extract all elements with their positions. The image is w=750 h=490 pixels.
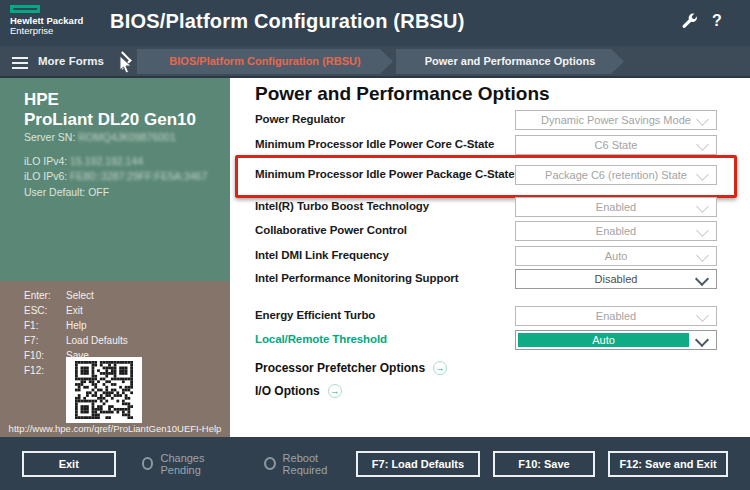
main-panel: Power and Performance Options Power Regu…: [230, 78, 750, 437]
product-brand: HPE: [24, 90, 230, 110]
server-sn-line: Server SN: ROMQ4JK09876001: [24, 131, 230, 145]
setting-row-local-remote-threshold: Local/Remote Threshold Auto: [255, 329, 717, 350]
setting-label: Collaborative Power Control: [255, 224, 515, 238]
setting-label: Power Regulator: [255, 113, 515, 127]
core-cstate-select: C6 State: [515, 135, 717, 155]
setting-row-power-regulator: Power Regulator Dynamic Power Savings Mo…: [255, 110, 717, 130]
setting-value: Package C6 (retention) State: [545, 169, 687, 181]
perf-monitoring-select[interactable]: Disabled: [515, 269, 717, 289]
sidebar-hints-panel: Enter:Select ESC:Exit F1:Help F7:Load De…: [0, 281, 230, 437]
wrench-icon[interactable]: [680, 12, 698, 30]
mouse-cursor-icon: [119, 56, 132, 74]
breadcrumb-item-power-performance[interactable]: Power and Performance Options: [396, 49, 624, 74]
setting-row-core-cstate: Minimum Processor Idle Power Core C-Stat…: [255, 135, 717, 155]
hpe-logo: Hewlett Packard Enterprise: [10, 5, 83, 36]
f12-save-and-exit-button[interactable]: F12: Save and Exit: [608, 451, 728, 477]
qr-code: [66, 357, 142, 423]
page-title: BIOS/Platform Configuration (RBSU): [110, 10, 465, 33]
help-icon[interactable]: ?: [708, 12, 726, 30]
product-model: ProLiant DL20 Gen10: [24, 110, 230, 130]
setting-value: Disabled: [595, 273, 638, 285]
hint-f1: F1:Help: [24, 318, 230, 333]
setting-label: Minimum Processor Idle Power Core C-Stat…: [255, 138, 515, 152]
setting-row-energy-efficient-turbo: Energy Efficient Turbo Enabled: [255, 306, 717, 326]
package-cstate-select: Package C6 (retention) State: [515, 165, 717, 185]
setting-value: Enabled: [596, 201, 636, 213]
hpe-logo-element-icon: [10, 5, 40, 13]
breadcrumb-item-rbsu[interactable]: BIOS/Platform Configuration (RBSU): [137, 49, 393, 74]
local-remote-threshold-select[interactable]: Auto: [515, 330, 717, 350]
ilo-ipv6-label: iLO IPv6:: [24, 170, 67, 182]
section-title: Power and Performance Options: [255, 83, 550, 105]
chevron-down-icon: [696, 168, 709, 181]
chevron-down-icon: [695, 272, 709, 286]
setting-value: Auto: [518, 333, 689, 347]
setting-row-dmi-link: Intel DMI Link Frequency Auto: [255, 246, 717, 266]
changes-pending-label: Changes Pending: [160, 452, 237, 476]
processor-prefetcher-options-link[interactable]: Processor Prefetcher Options →: [255, 361, 447, 375]
dmi-link-select: Auto: [515, 246, 717, 266]
changes-pending-icon: [142, 457, 154, 470]
setting-label: Minimum Processor Idle Power Package C-S…: [255, 168, 515, 182]
setting-value: C6 State: [595, 139, 638, 151]
footer-function-buttons: F7: Load Defaults F10: Save F12: Save an…: [356, 451, 728, 477]
chevron-down-icon: [696, 200, 709, 213]
setting-row-collaborative-power: Collaborative Power Control Enabled: [255, 221, 717, 241]
setting-value: Enabled: [596, 225, 636, 237]
header-bar: Hewlett Packard Enterprise BIOS/Platform…: [0, 0, 750, 46]
setting-label: Energy Efficient Turbo: [255, 309, 515, 323]
go-arrow-icon: →: [433, 361, 447, 375]
hint-enter: Enter:Select: [24, 288, 230, 303]
link-label: I/O Options: [255, 384, 320, 398]
exit-button[interactable]: Exit: [22, 451, 116, 477]
changes-pending-indicator: Changes Pending: [142, 452, 238, 476]
go-arrow-icon: →: [328, 384, 342, 398]
ilo-ipv4-line: iLO IPv4: 15.192.192.144: [24, 155, 230, 169]
menu-icon[interactable]: [12, 57, 28, 72]
more-forms-button[interactable]: More Forms: [38, 46, 104, 76]
chevron-down-icon: [696, 249, 709, 262]
setting-label: Intel Performance Monitoring Support: [255, 272, 515, 286]
reboot-required-label: Reboot Required: [283, 452, 356, 476]
energy-efficient-turbo-select: Enabled: [515, 306, 717, 326]
setting-value: Enabled: [596, 310, 636, 322]
chevron-down-icon: [696, 113, 709, 126]
setting-value: Auto: [605, 250, 628, 262]
setting-value: Dynamic Power Savings Mode: [541, 114, 691, 126]
ilo-ipv4-value: 15.192.192.144: [70, 155, 143, 167]
turbo-boost-select: Enabled: [515, 197, 717, 217]
hint-f7: F7:Load Defaults: [24, 333, 230, 348]
f10-save-button[interactable]: F10: Save: [493, 451, 595, 477]
server-sn-value: ROMQ4JK09876001: [78, 131, 175, 143]
footer-bar: Exit Changes Pending Reboot Required F7:…: [0, 437, 750, 490]
chevron-down-icon: [696, 224, 709, 237]
link-label: Processor Prefetcher Options: [255, 361, 425, 375]
ilo-ipv6-value: FE80::3287:29FF:FE5A:3467: [70, 170, 207, 182]
reboot-required-icon: [264, 457, 276, 470]
chevron-down-icon: [696, 309, 709, 322]
setting-row-perf-monitoring: Intel Performance Monitoring Support Dis…: [255, 269, 717, 289]
io-options-link[interactable]: I/O Options →: [255, 384, 342, 398]
ilo-ipv4-label: iLO IPv4:: [24, 155, 67, 167]
power-regulator-select: Dynamic Power Savings Mode: [515, 110, 717, 130]
chevron-down-icon: [695, 332, 709, 346]
collaborative-power-select: Enabled: [515, 221, 717, 241]
sidebar-system-panel: HPE ProLiant DL20 Gen10 Server SN: ROMQ4…: [0, 78, 230, 281]
user-default-line: User Default: OFF: [24, 186, 230, 200]
breadcrumb: More Forms BIOS/Platform Configuration (…: [0, 46, 750, 78]
server-sn-label: Server SN:: [24, 131, 75, 143]
reboot-required-indicator: Reboot Required: [264, 452, 356, 476]
chevron-down-icon: [696, 138, 709, 151]
setting-label: Intel DMI Link Frequency: [255, 249, 515, 263]
rbsu-screen: Hewlett Packard Enterprise BIOS/Platform…: [0, 0, 750, 490]
setting-label: Intel(R) Turbo Boost Technology: [255, 200, 515, 214]
ilo-ipv6-line: iLO IPv6: FE80::3287:29FF:FE5A:3467: [24, 170, 230, 184]
help-url: http://www.hpe.com/qref/ProLiantGen10UEF…: [0, 423, 230, 434]
f7-load-defaults-button[interactable]: F7: Load Defaults: [356, 451, 480, 477]
hpe-logo-line2: Enterprise: [10, 26, 83, 36]
setting-label: Local/Remote Threshold: [255, 333, 515, 347]
setting-row-package-cstate: Minimum Processor Idle Power Package C-S…: [255, 160, 717, 190]
setting-row-turbo-boost: Intel(R) Turbo Boost Technology Enabled: [255, 197, 717, 217]
hint-esc: ESC:Exit: [24, 303, 230, 318]
